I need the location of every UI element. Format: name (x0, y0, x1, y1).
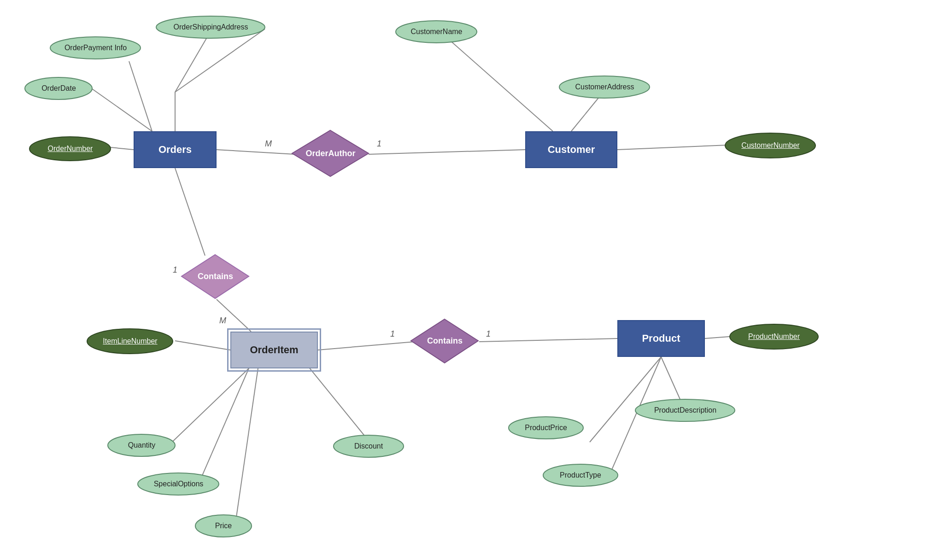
attr-ordershippingaddress: OrderShippingAddress (154, 14, 267, 41)
attr-customernumber: CustomerNumber (723, 131, 818, 160)
attr-ordernumber: OrderNumber (28, 135, 113, 163)
attr-discount: Discount (332, 433, 405, 460)
svg-line-10 (175, 341, 230, 350)
svg-line-5 (442, 34, 553, 131)
card-1-contains2-left: 1 (390, 329, 395, 339)
relation-contains1: Contains (180, 252, 251, 301)
svg-line-9 (217, 299, 251, 332)
attr-customeraddress: CustomerAddress (557, 74, 652, 100)
attr-customername: CustomerName (394, 18, 479, 45)
card-m-orderauthor: M (265, 139, 272, 149)
svg-line-2 (111, 147, 134, 150)
svg-line-8 (175, 168, 205, 256)
attr-itemlinenumber: ItemLineNumber (85, 327, 175, 356)
entity-product: Product (617, 320, 705, 357)
svg-line-4 (129, 61, 152, 131)
svg-line-11 (168, 368, 249, 446)
card-1-contains2-right: 1 (486, 329, 491, 339)
relation-contains2: Contains (409, 317, 481, 365)
svg-line-1 (369, 150, 525, 154)
attr-price: Price (193, 513, 253, 539)
svg-line-12 (198, 368, 249, 485)
svg-line-13 (235, 368, 258, 526)
svg-line-15 (318, 342, 415, 350)
svg-line-3 (92, 89, 152, 131)
entity-customer: Customer (525, 131, 617, 168)
attr-specialoptions: SpecialOptions (136, 471, 221, 497)
entity-orders: Orders (134, 131, 217, 168)
svg-line-16 (479, 338, 617, 342)
card-m-contains1: M (219, 316, 226, 326)
attr-quantity: Quantity (106, 432, 177, 459)
attr-productdescription: ProductDescription (633, 397, 737, 424)
attr-productprice: ProductPrice (507, 414, 585, 441)
entity-orderitem: OrderItem (230, 332, 318, 368)
card-1-contains1: 1 (173, 265, 177, 275)
attr-orderdate: OrderDate (23, 75, 94, 102)
card-1-orderauthor: 1 (377, 139, 381, 149)
attr-producttype: ProductType (541, 462, 620, 489)
svg-line-0 (217, 150, 295, 154)
attr-productnumber: ProductNumber (728, 322, 820, 351)
svg-line-7 (617, 145, 728, 150)
attr-orderpaymentinfo: OrderPayment Info (48, 35, 143, 61)
relation-orderauthor: OrderAuthor (290, 128, 371, 179)
er-diagram: Orders Customer OrderItem Product OrderA… (0, 0, 938, 560)
